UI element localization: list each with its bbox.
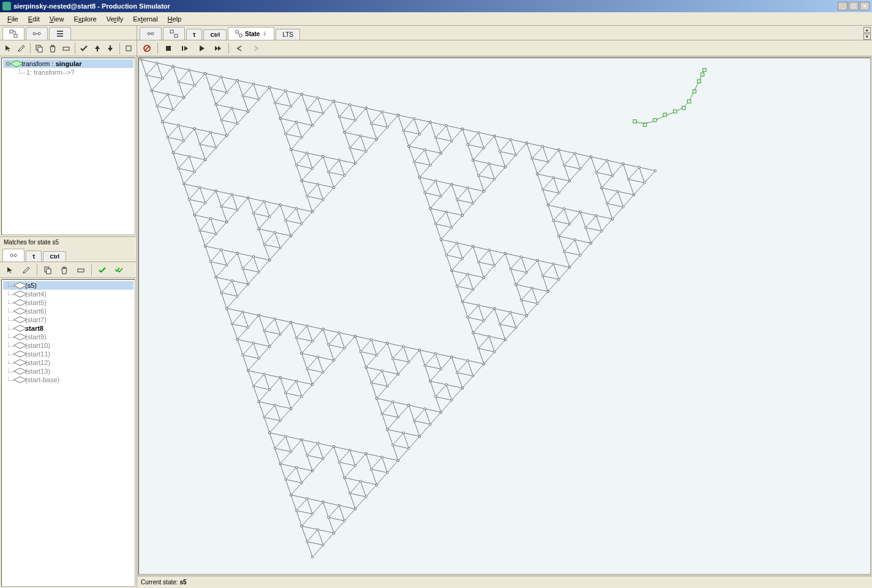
tree-child-label: 1: transform-->?	[26, 69, 75, 76]
svg-point-242	[317, 183, 318, 185]
up-tool[interactable]	[91, 42, 103, 55]
svg-point-549	[611, 218, 613, 220]
svg-point-975	[311, 513, 313, 514]
copy-tool-2[interactable]	[40, 264, 55, 276]
svg-point-904	[274, 447, 276, 449]
stop-tool[interactable]	[161, 42, 176, 55]
svg-point-676	[478, 347, 479, 349]
svg-point-748	[306, 368, 308, 370]
tree-root-item[interactable]: ⊟ transform : singular	[3, 59, 133, 68]
maximize-button[interactable]: □	[849, 2, 859, 10]
svg-point-885	[418, 435, 420, 437]
svg-point-13	[14, 254, 17, 257]
tab-scroll-down[interactable]: ▾	[863, 34, 871, 40]
svg-point-723	[311, 340, 313, 342]
edit-tool-2[interactable]	[19, 264, 34, 276]
forbid-tool[interactable]	[140, 42, 154, 55]
menu-explore[interactable]: Explore	[69, 14, 101, 24]
delete-tool[interactable]	[47, 42, 59, 55]
state-item[interactable]: (start11)	[3, 350, 133, 358]
menu-file[interactable]: File	[2, 14, 23, 24]
menu-external[interactable]: External	[128, 14, 162, 24]
right-tab-state[interactable]: State	[228, 27, 274, 40]
left-bottom-tab-3[interactable]: Ctrl	[43, 251, 66, 262]
left-bottom-tab-1[interactable]	[2, 249, 24, 262]
rename-tool-2[interactable]	[73, 264, 88, 276]
svg-point-621	[568, 266, 570, 268]
state-item[interactable]: start8	[3, 324, 133, 333]
fastforward-tool[interactable]	[211, 42, 225, 55]
check-tool-2[interactable]	[95, 264, 110, 276]
down-tool[interactable]	[105, 42, 116, 55]
state-item[interactable]: (start9)	[3, 333, 133, 341]
delete-tool-2[interactable]	[57, 264, 72, 276]
rename-tool[interactable]	[60, 42, 72, 55]
copy-tool[interactable]	[34, 42, 45, 55]
minimize-button[interactable]: _	[838, 2, 848, 10]
left-top-tab-2[interactable]	[26, 27, 48, 40]
svg-line-661	[500, 312, 510, 325]
left-bottom-tab-2[interactable]: τ	[26, 251, 42, 262]
graph-canvas[interactable]	[138, 58, 871, 575]
svg-point-350	[231, 280, 233, 282]
state-item[interactable]: (start5)	[3, 298, 133, 307]
menu-help[interactable]: Help	[163, 14, 187, 24]
svg-line-708	[242, 355, 258, 359]
right-tab-lts[interactable]: LTS	[276, 29, 300, 40]
select-tool[interactable]	[2, 42, 14, 55]
states-tree[interactable]: (s5)(start4)(start5)(start6)(start7)star…	[1, 279, 135, 587]
svg-point-988	[328, 516, 329, 518]
svg-line-132	[178, 168, 194, 172]
svg-line-24	[238, 33, 239, 34]
state-item[interactable]: (start13)	[3, 367, 133, 375]
check-all-tool[interactable]	[111, 264, 126, 276]
menu-edit[interactable]: Edit	[23, 14, 45, 24]
svg-point-231	[344, 175, 345, 176]
state-item[interactable]: (s5)	[3, 281, 133, 290]
svg-point-854	[445, 383, 447, 385]
check-tool[interactable]	[78, 42, 90, 55]
expand-tool[interactable]	[122, 42, 134, 55]
state-item[interactable]: (start7)	[3, 315, 133, 324]
svg-point-123	[215, 146, 217, 148]
svg-point-308	[258, 228, 260, 230]
state-item[interactable]: (start4)	[3, 290, 133, 298]
edit-tool[interactable]	[16, 42, 28, 55]
tab-scroll-up[interactable]: ▴	[863, 27, 871, 33]
right-tab-1[interactable]	[140, 27, 162, 40]
right-tab-4[interactable]: Ctrl	[203, 29, 227, 40]
tree-child-item[interactable]: 1: transform-->?	[3, 68, 133, 77]
svg-line-517	[628, 167, 639, 179]
state-item[interactable]: (start12)	[3, 358, 133, 367]
svg-line-589	[478, 250, 489, 262]
state-item[interactable]: (start6)	[3, 307, 133, 315]
state-item[interactable]: (start-base)	[3, 375, 133, 384]
menu-view[interactable]: View	[45, 14, 69, 24]
svg-line-937	[339, 450, 350, 462]
play-tool[interactable]	[194, 42, 209, 55]
back-tool[interactable]	[232, 42, 247, 55]
menu-verify[interactable]: Verify	[102, 14, 129, 24]
svg-line-167	[296, 122, 302, 137]
svg-line-541	[554, 209, 564, 221]
svg-point-338	[252, 255, 254, 257]
select-tool-2[interactable]	[2, 264, 17, 276]
left-bottom-tabs: τ Ctrl	[0, 247, 137, 262]
left-top-tab-3[interactable]	[49, 27, 71, 40]
state-item[interactable]: (start10)	[3, 341, 133, 350]
svg-point-460	[435, 223, 437, 225]
forward-tool[interactable]	[249, 42, 263, 55]
right-tab-3[interactable]: τ	[186, 29, 202, 40]
svg-point-206	[359, 135, 361, 137]
svg-point-866	[392, 401, 394, 402]
svg-point-496	[542, 189, 544, 190]
svg-point-434	[435, 179, 437, 181]
svg-point-368	[429, 121, 431, 123]
close-button[interactable]: ✕	[860, 2, 870, 10]
right-tab-2[interactable]	[163, 27, 185, 40]
transform-tree[interactable]: ⊟ transform : singular 1: transform-->?	[1, 58, 135, 235]
left-top-tab-1[interactable]	[2, 27, 24, 40]
svg-point-266	[231, 194, 233, 195]
svg-point-956	[344, 477, 345, 478]
step-tool[interactable]	[178, 42, 192, 55]
